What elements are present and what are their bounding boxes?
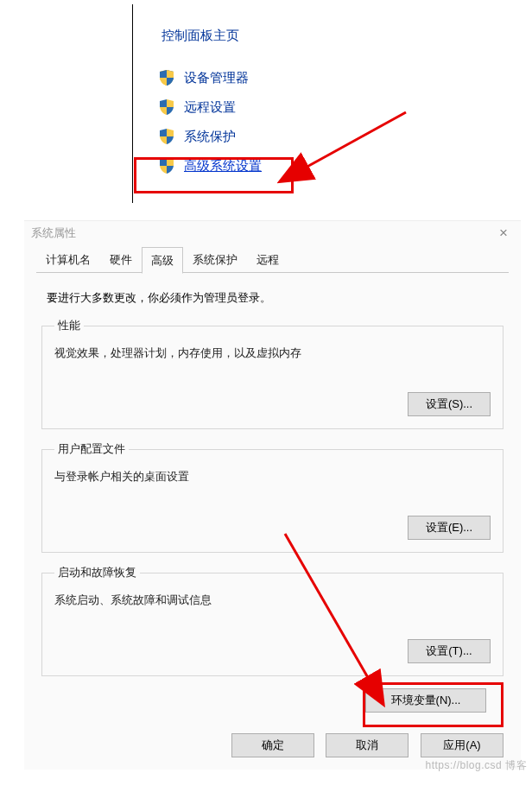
tab-advanced[interactable]: 高级: [142, 247, 183, 274]
nav-system-protection[interactable]: 系统保护: [158, 122, 348, 151]
tab-strip: 计算机名 硬件 高级 系统保护 远程: [24, 245, 521, 273]
cancel-button[interactable]: 取消: [326, 733, 408, 757]
watermark: https://blog.csd 博客: [425, 758, 527, 773]
group-desc: 系统启动、系统故障和调试信息: [54, 592, 491, 608]
tab-computer-name[interactable]: 计算机名: [36, 246, 100, 273]
close-icon[interactable]: ×: [493, 223, 514, 244]
nav-label: 系统保护: [184, 129, 236, 145]
system-properties-dialog: 系统属性 × 计算机名 硬件 高级 系统保护 远程 要进行大多数更改，你必须作为…: [24, 220, 521, 770]
shield-icon: [158, 98, 175, 116]
tab-system-protection[interactable]: 系统保护: [183, 246, 247, 273]
nav-remote-settings[interactable]: 远程设置: [158, 92, 348, 122]
group-user-profiles: 用户配置文件 与登录帐户相关的桌面设置 设置(E)...: [41, 441, 504, 553]
nav-label: 远程设置: [184, 99, 236, 116]
group-legend: 启动和故障恢复: [54, 565, 140, 580]
dialog-title: 系统属性: [31, 225, 76, 241]
group-desc: 与登录帐户相关的桌面设置: [54, 469, 491, 485]
dialog-titlebar: 系统属性 ×: [24, 221, 521, 245]
group-legend: 性能: [54, 318, 84, 333]
group-desc: 视觉效果，处理器计划，内存使用，以及虚拟内存: [54, 345, 491, 361]
control-panel-title: 控制面板主页: [162, 28, 348, 44]
shield-icon: [158, 69, 175, 86]
control-panel-nav: 控制面板主页 设备管理器 远程设置 系统保护 高级系统设置: [132, 9, 348, 181]
shield-icon: [158, 128, 175, 145]
group-performance: 性能 视觉效果，处理器计划，内存使用，以及虚拟内存 设置(S)...: [41, 318, 504, 429]
admin-note: 要进行大多数更改，你必须作为管理员登录。: [47, 290, 504, 306]
shield-icon: [158, 157, 175, 174]
startup-settings-button[interactable]: 设置(T)...: [408, 639, 491, 663]
ok-button[interactable]: 确定: [231, 733, 314, 757]
dialog-body: 要进行大多数更改，你必须作为管理员登录。 性能 视觉效果，处理器计划，内存使用，…: [24, 273, 521, 726]
apply-button[interactable]: 应用(A): [421, 733, 504, 757]
nav-label: 高级系统设置: [184, 158, 262, 174]
group-legend: 用户配置文件: [54, 441, 129, 457]
tab-hardware[interactable]: 硬件: [100, 246, 142, 273]
group-startup-recovery: 启动和故障恢复 系统启动、系统故障和调试信息 设置(T)...: [41, 565, 504, 676]
nav-label: 设备管理器: [184, 70, 249, 86]
control-panel-list: 设备管理器 远程设置 系统保护 高级系统设置: [158, 63, 348, 181]
user-profiles-settings-button[interactable]: 设置(E)...: [408, 516, 491, 540]
environment-variables-button[interactable]: 环境变量(N)...: [365, 688, 486, 713]
tab-remote[interactable]: 远程: [247, 246, 288, 273]
performance-settings-button[interactable]: 设置(S)...: [408, 392, 491, 416]
nav-device-manager[interactable]: 设备管理器: [158, 63, 348, 92]
nav-advanced-system-settings[interactable]: 高级系统设置: [158, 151, 348, 181]
